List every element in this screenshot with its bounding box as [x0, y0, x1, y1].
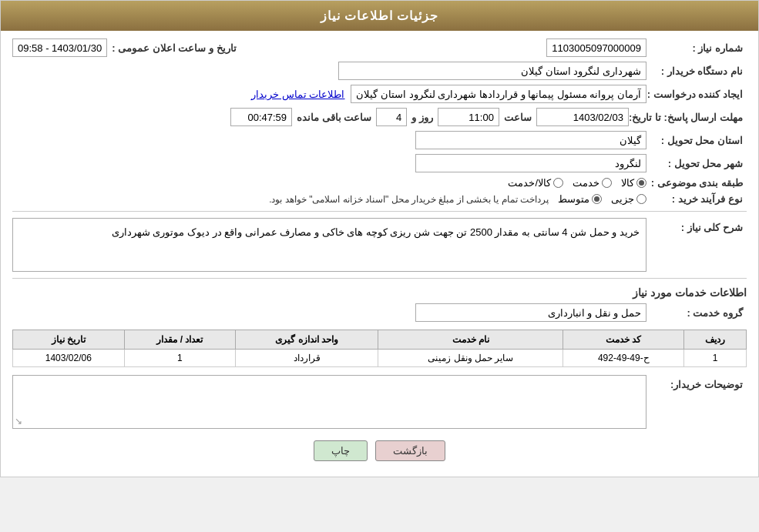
- deadline-row: مهلت ارسال پاسخ: تا تاریخ: 1403/02/03 سا…: [12, 108, 747, 126]
- services-table: ردیف کد خدمت نام خدمت واحد اندازه گیری ت…: [12, 330, 747, 367]
- col-row-num: ردیف: [684, 330, 747, 350]
- col-service-name: نام خدمت: [378, 330, 563, 350]
- buyer-org-label: نام دستگاه خریدار :: [646, 65, 747, 77]
- divider-1: [12, 211, 747, 212]
- buyer-org-row: نام دستگاه خریدار : شهرداری لنگرود استان…: [12, 62, 747, 80]
- description-value: خرید و حمل شن 4 سانتی به مقدار 2500 تن ج…: [12, 218, 646, 272]
- buyer-org-value: شهرداری لنگرود استان گیلان: [338, 62, 646, 80]
- table-header-row: ردیف کد خدمت نام خدمت واحد اندازه گیری ت…: [13, 330, 747, 350]
- divider-2: [12, 278, 747, 279]
- page-wrapper: جزئیات اطلاعات نیاز شماره نیاز : 1103005…: [0, 0, 759, 477]
- deadline-days: 4: [376, 108, 407, 126]
- service-group-label: گروه خدمت :: [646, 307, 747, 319]
- buttons-row: بازگشت چاپ: [12, 440, 747, 461]
- purchase-options: جزیی متوسط: [558, 193, 646, 205]
- deadline-time: 11:00: [438, 108, 499, 126]
- city-row: شهر محل تحویل : لنگرود: [12, 154, 747, 172]
- page-header: جزئیات اطلاعات نیاز: [1, 1, 758, 31]
- table-cell-service_code: ح-49-49-492: [563, 350, 684, 367]
- deadline-remaining: 00:47:59: [230, 108, 292, 126]
- service-group-row: گروه خدمت : حمل و نقل و انبارداری: [12, 303, 747, 322]
- need-number-value: 1103005097000009: [546, 38, 646, 57]
- category-row: طبقه بندی موضوعی : کالا خدمت کالا/خدمت: [12, 177, 747, 189]
- category-option-service[interactable]: خدمت: [573, 177, 612, 189]
- radio-both[interactable]: [553, 178, 563, 188]
- services-title: اطلاعات خدمات مورد نیاز: [12, 286, 747, 299]
- need-number-row: شماره نیاز : 1103005097000009 تاریخ و سا…: [12, 38, 747, 57]
- col-service-code: کد خدمت: [563, 330, 684, 350]
- announce-label: تاریخ و ساعت اعلان عمومی :: [112, 42, 236, 54]
- deadline-label: مهلت ارسال پاسخ: تا تاریخ:: [629, 112, 747, 123]
- province-label: استان محل تحویل :: [646, 135, 747, 146]
- creator-row: ایجاد کننده درخواست : آرمان پروانه مسئول…: [12, 85, 747, 103]
- province-value: گیلان: [415, 131, 646, 149]
- category-option-kala[interactable]: کالا: [621, 177, 646, 189]
- deadline-time-label: ساعت: [504, 112, 532, 123]
- description-row: شرح کلی نیاز : خرید و حمل شن 4 سانتی به …: [12, 218, 747, 272]
- announce-value: 1403/01/30 - 09:58: [12, 38, 107, 57]
- service-group-value: حمل و نقل و انبارداری: [415, 303, 646, 322]
- main-content: شماره نیاز : 1103005097000009 تاریخ و سا…: [1, 31, 758, 477]
- table-cell-date: 1403/02/06: [13, 350, 125, 367]
- radio-service[interactable]: [602, 178, 612, 188]
- col-unit: واحد اندازه گیری: [236, 330, 378, 350]
- province-row: استان محل تحویل : گیلان: [12, 131, 747, 149]
- table-cell-service_name: سایر حمل ونقل زمینی: [378, 350, 563, 367]
- buyer-notes-section: توضیحات خریدار:: [12, 375, 747, 429]
- creator-label: ایجاد کننده درخواست :: [646, 89, 747, 100]
- category-option-both[interactable]: کالا/خدمت: [508, 177, 563, 189]
- description-label: شرح کلی نیاز :: [646, 218, 747, 233]
- radio-partial[interactable]: [636, 194, 646, 204]
- creator-link[interactable]: اطلاعات تماس خریدار: [251, 89, 344, 100]
- table-cell-row_num: 1: [684, 350, 747, 367]
- col-quantity: تعداد / مقدار: [124, 330, 235, 350]
- buyer-notes-box[interactable]: [12, 375, 646, 429]
- table-row: 1ح-49-49-492سایر حمل ونقل زمینیقرارداد11…: [13, 350, 747, 367]
- deadline-date: 1403/02/03: [536, 108, 629, 126]
- services-table-section: ردیف کد خدمت نام خدمت واحد اندازه گیری ت…: [12, 330, 747, 367]
- back-button[interactable]: بازگشت: [375, 440, 445, 461]
- print-button[interactable]: چاپ: [314, 440, 368, 461]
- deadline-remaining-label: ساعت باقی مانده: [297, 112, 371, 123]
- need-number-label: شماره نیاز :: [646, 42, 747, 54]
- city-label: شهر محل تحویل :: [646, 158, 747, 169]
- deadline-days-label: روز و: [411, 112, 433, 123]
- purchase-option-partial[interactable]: جزیی: [611, 193, 646, 205]
- creator-value: آرمان پروانه مسئول پیمانها و قراردادها ش…: [351, 85, 646, 103]
- table-cell-quantity: 1: [124, 350, 235, 367]
- category-label: طبقه بندی موضوعی :: [646, 177, 747, 189]
- purchase-type-label: نوع فرآیند خرید :: [646, 193, 747, 205]
- page-title: جزئیات اطلاعات نیاز: [321, 9, 439, 22]
- col-date: تاریخ نیاز: [13, 330, 125, 350]
- purchase-option-medium[interactable]: متوسط: [558, 193, 602, 205]
- category-options: کالا خدمت کالا/خدمت: [508, 177, 646, 189]
- city-value: لنگرود: [415, 154, 646, 172]
- purchase-type-row: نوع فرآیند خرید : جزیی متوسط پرداخت تمام…: [12, 193, 747, 205]
- table-cell-unit: قرارداد: [236, 350, 378, 367]
- purchase-note: پرداخت تمام یا بخشی از مبلغ خریدار محل "…: [269, 194, 549, 205]
- radio-medium[interactable]: [592, 194, 602, 204]
- radio-kala[interactable]: [636, 178, 646, 188]
- buyer-notes-label: توضیحات خریدار:: [646, 375, 747, 390]
